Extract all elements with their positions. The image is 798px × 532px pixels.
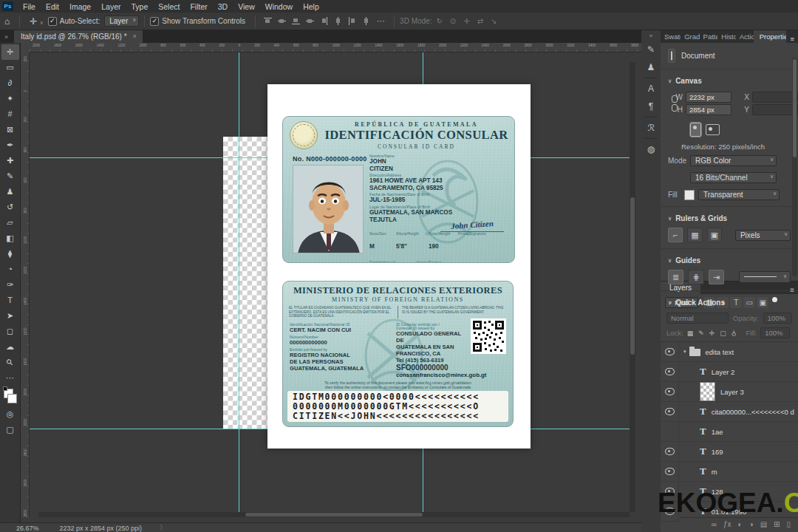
- distribute-right-edges-icon[interactable]: [347, 16, 357, 26]
- layer-row-3[interactable]: Tcita000000...<<<<<<<<0 d: [661, 402, 798, 422]
- tab-swatc[interactable]: Swatc: [661, 30, 681, 43]
- pen-tool[interactable]: ✑: [1, 277, 19, 293]
- collapse-toolbar-icon[interactable]: »: [0, 32, 14, 43]
- shape-tool[interactable]: ◻: [1, 324, 19, 339]
- 3d-rotate-icon[interactable]: ↻: [436, 17, 442, 25]
- align-top-edges-icon[interactable]: [263, 16, 273, 26]
- distribute-horizontal-centers-icon[interactable]: [333, 16, 343, 26]
- paragraph-panel-icon[interactable]: ¶: [643, 98, 659, 115]
- menu-image[interactable]: Image: [64, 2, 96, 11]
- frame-tool[interactable]: ⊠: [1, 122, 19, 137]
- color-swatches[interactable]: [3, 389, 18, 403]
- show-transform-checkbox[interactable]: ✓: [150, 17, 159, 26]
- home-icon[interactable]: ⌂: [0, 16, 14, 27]
- zoom-level-field[interactable]: 26.67%: [16, 525, 39, 532]
- move-tool[interactable]: ✛: [1, 44, 19, 60]
- lock-pixels-icon[interactable]: ✎: [698, 330, 704, 337]
- new-group-icon[interactable]: ▤: [760, 520, 767, 528]
- panel-menu-icon[interactable]: ≡: [786, 35, 798, 43]
- layer-visibility-toggle[interactable]: [661, 402, 679, 421]
- menu-layer[interactable]: Layer: [96, 2, 126, 11]
- move-tool-preset-icon[interactable]: ✛ ∨: [25, 16, 48, 27]
- chevron-down-icon[interactable]: ▾: [683, 349, 686, 355]
- blur-tool[interactable]: ⧫: [1, 246, 19, 262]
- layer-row-6[interactable]: Tm: [661, 462, 798, 482]
- distribute-vertical-icon[interactable]: [361, 16, 371, 26]
- tab-properties[interactable]: Properties: [754, 30, 787, 43]
- menu-file[interactable]: File: [18, 2, 41, 11]
- toggle-snap-icon[interactable]: ▣: [707, 228, 722, 242]
- rulers-grids-section-header[interactable]: ∨ Rulers & Grids: [661, 210, 798, 225]
- lock-artboard-icon[interactable]: ▢: [720, 330, 726, 337]
- glyphs-panel-icon[interactable]: ℛ: [643, 120, 659, 136]
- layer-row-5[interactable]: T169: [661, 442, 798, 462]
- menu-help[interactable]: Help: [298, 2, 324, 11]
- orientation-portrait-button[interactable]: [690, 123, 701, 137]
- 3d-roll-icon[interactable]: ⊙: [450, 17, 456, 25]
- 3d-scale-icon[interactable]: ↘: [491, 17, 497, 25]
- tab-histo[interactable]: Histo: [717, 30, 735, 43]
- menu-edit[interactable]: Edit: [41, 2, 64, 11]
- height-field[interactable]: 2854 px: [686, 104, 732, 115]
- layer-row-1[interactable]: TLayer 2: [661, 362, 798, 382]
- libraries-panel-icon[interactable]: ◍: [643, 141, 659, 157]
- gradient-tool[interactable]: ◧: [1, 231, 19, 246]
- path-select-tool[interactable]: ➤: [1, 308, 19, 324]
- hand-tool[interactable]: ☁: [1, 339, 19, 355]
- layer-visibility-toggle[interactable]: [661, 362, 679, 381]
- quick-mask-button[interactable]: ◎: [1, 406, 19, 422]
- menu-view[interactable]: View: [233, 2, 260, 11]
- 3d-drag-icon[interactable]: ✛: [463, 17, 469, 25]
- canvas-vertical-scrollbar[interactable]: [630, 62, 635, 512]
- layer-visibility-toggle[interactable]: [661, 422, 679, 441]
- menu-3d[interactable]: 3D: [213, 2, 233, 11]
- canvas-horizontal-scrollbar[interactable]: [38, 512, 630, 517]
- fill-swatch[interactable]: [684, 190, 695, 200]
- more-options-icon[interactable]: ⋯: [373, 16, 389, 26]
- align-bottom-edges-icon[interactable]: [291, 16, 301, 26]
- layer-row-0[interactable]: ▾edita text: [661, 342, 798, 362]
- layer-visibility-toggle[interactable]: [661, 462, 679, 481]
- new-layer-icon[interactable]: ⊞: [774, 520, 780, 528]
- toggle-guides-icon[interactable]: ≣: [668, 270, 683, 284]
- close-tab-icon[interactable]: ×: [133, 33, 137, 40]
- lock-position-icon[interactable]: ✛: [709, 330, 715, 337]
- layer-visibility-toggle[interactable]: [661, 342, 679, 361]
- edit-toolbar-icon[interactable]: ⋯: [1, 370, 19, 386]
- adjustment-layer-icon[interactable]: ◑: [749, 520, 754, 528]
- canvas-section-header[interactable]: ∨ Canvas: [661, 72, 798, 87]
- guide-style-dropdown[interactable]: [739, 271, 791, 283]
- delete-layer-icon[interactable]: ▯: [786, 520, 791, 528]
- lock-transparency-icon[interactable]: ▦: [687, 330, 694, 337]
- eyedropper-tool[interactable]: ✒: [1, 137, 19, 153]
- layer-row-2[interactable]: Layer 3: [661, 382, 798, 402]
- layer-row-4[interactable]: T1ae: [661, 422, 798, 442]
- object-selection-tool[interactable]: ✦: [1, 91, 19, 106]
- expand-panels-icon[interactable]: »: [649, 30, 652, 41]
- layer-visibility-toggle[interactable]: [661, 382, 679, 401]
- layer-mask-icon[interactable]: ◐: [738, 520, 743, 528]
- guides-section-header[interactable]: ∨ Guides: [661, 252, 798, 267]
- dodge-tool[interactable]: ◔: [1, 262, 19, 277]
- lock-all-icon[interactable]: ⚲: [732, 330, 737, 337]
- status-options-icon[interactable]: 〉: [160, 523, 166, 532]
- default-colors-icon[interactable]: [3, 386, 7, 391]
- layer-effects-icon[interactable]: ƒx: [723, 520, 732, 528]
- auto-select-dropdown[interactable]: Layer: [104, 16, 139, 27]
- tab-patte[interactable]: Patte: [700, 30, 718, 43]
- layer-visibility-toggle[interactable]: [661, 442, 679, 461]
- clone-source-panel-icon[interactable]: ♟: [643, 59, 659, 75]
- crop-tool[interactable]: #: [1, 106, 19, 122]
- history-brush-tool[interactable]: ↺: [1, 200, 19, 215]
- marquee-tool[interactable]: ▭: [1, 60, 19, 75]
- link-layers-icon[interactable]: ∞: [712, 520, 717, 528]
- tab-gradi[interactable]: Gradi: [681, 30, 699, 43]
- character-panel-icon[interactable]: A: [643, 81, 659, 97]
- pasteboard[interactable]: REPÚBLICA DE GUATEMALA IDENTIFICACIÓN CO…: [30, 52, 635, 517]
- eraser-tool[interactable]: ▱: [1, 215, 19, 231]
- zoom-tool[interactable]: ⚲: [1, 355, 19, 370]
- lock-guides-icon[interactable]: ⋕: [688, 270, 703, 284]
- screen-mode-button[interactable]: ▢: [1, 422, 19, 437]
- orientation-landscape-button[interactable]: [706, 124, 720, 135]
- mode-dropdown[interactable]: RGB Color: [690, 155, 777, 166]
